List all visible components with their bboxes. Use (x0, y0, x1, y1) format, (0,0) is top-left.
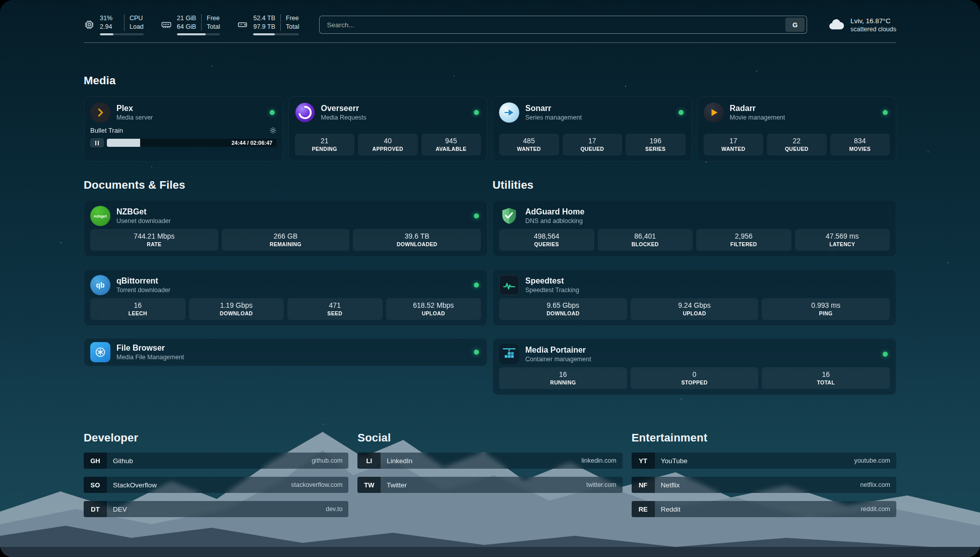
stat-label: SEED (289, 310, 381, 316)
stat-label: AVAILABLE (423, 146, 479, 152)
ram-free-value: 21 GiB (177, 14, 201, 22)
stat-label: MOVIES (832, 146, 888, 152)
stat-value: 16 (764, 370, 888, 378)
app-card-portainer[interactable]: Media Portainer Container management 16 … (493, 338, 896, 395)
app-card-nzbget[interactable]: nzbget NZBGet Usenet downloader 744.21 M… (84, 200, 487, 257)
app-card-sonarr[interactable]: Sonarr Series management 485 WANTED 17 Q… (493, 96, 692, 161)
header-divider (84, 42, 896, 43)
bookmark-name: LinkedIn (387, 457, 412, 465)
stat-value: 40 (360, 137, 416, 145)
pause-icon (95, 141, 99, 145)
pause-button[interactable] (90, 138, 104, 147)
bookmark-abbr: YT (632, 453, 655, 469)
section-social: Social LI LinkedIn linkedin.com TW Twitt… (357, 431, 622, 493)
bookmark-stackoverflow[interactable]: SO StackOverflow stackoverflow.com (84, 477, 348, 493)
stat-label: DOWNLOAD (501, 310, 625, 316)
stat-label: APPROVED (360, 146, 416, 152)
gear-icon[interactable] (269, 127, 277, 134)
stat-value: 17 (706, 137, 762, 145)
search-input[interactable] (327, 21, 781, 29)
stat-wanted: 17 WANTED (704, 134, 764, 155)
disk-progress-bar (253, 33, 299, 35)
dashboard-screen: 31% CPU 2.94 Load 21 GiB (0, 0, 980, 557)
search-engine-button[interactable]: G (785, 18, 805, 32)
stat-value: 2,956 (698, 232, 789, 240)
stat-queued: 17 QUEUED (563, 134, 623, 155)
nzbget-icon-text: nzbget (94, 214, 107, 218)
bookmark-youtube[interactable]: YT YouTube youtube.com (632, 453, 896, 469)
stat-value: 834 (832, 137, 888, 145)
player-row: 24:44 / 02:06:47 (90, 138, 277, 147)
ram-free-label: Free (201, 14, 220, 22)
stats-row: 498,564 QUERIES 86,401 BLOCKED 2,956 FIL… (499, 229, 890, 251)
status-online-dot (883, 352, 888, 357)
stat-queries: 498,564 QUERIES (499, 229, 594, 251)
stat-value: 485 (501, 137, 557, 145)
now-playing-title: Bullet Train (90, 127, 123, 134)
app-card-adguard[interactable]: AdGuard Home DNS and adblocking 498,564 … (493, 200, 896, 257)
bookmark-url: twitter.com (586, 481, 623, 488)
stat-remaining: 266 GB REMAINING (222, 229, 350, 251)
app-card-plex[interactable]: Plex Media server Bullet Train (84, 96, 283, 161)
playback-progress-bar[interactable]: 24:44 / 02:06:47 (107, 139, 277, 147)
app-subtitle: Torrent downloader (116, 287, 170, 294)
stat-queued: 22 QUEUED (767, 134, 827, 155)
section-title-social: Social (357, 431, 622, 444)
disk-metric-body: 52.4 TB Free 97.9 TB Total (253, 14, 299, 35)
stats-row: 21 PENDING 40 APPROVED 945 AVAILABLE (295, 134, 481, 155)
bookmark-github[interactable]: GH Github github.com (84, 453, 348, 469)
stat-label: TOTAL (764, 379, 888, 385)
bookmark-abbr: RE (632, 501, 655, 517)
bookmark-netflix[interactable]: NF Netflix netflix.com (632, 477, 896, 493)
stat-download: 1.19 Gbps DOWNLOAD (189, 298, 284, 320)
app-meta: Speedtest Speedtest Tracking (525, 276, 579, 294)
bookmark-linkedin[interactable]: LI LinkedIn linkedin.com (357, 453, 622, 469)
status-online-dot (474, 110, 479, 115)
stat-label: BLOCKED (600, 241, 691, 247)
status-online-dot (474, 283, 479, 288)
bookmark-abbr: SO (84, 477, 107, 493)
stat-value: 196 (628, 137, 684, 145)
stat-seed: 471 SEED (287, 298, 383, 320)
bookmark-dev[interactable]: DT DEV dev.to (84, 501, 348, 517)
section-developer: Developer GH Github github.com SO StackO… (84, 431, 348, 517)
stat-value: 22 (769, 137, 825, 145)
status-online-dot (270, 110, 275, 115)
cpu-load-label: Load (124, 23, 144, 31)
app-card-filebrowser[interactable]: File Browser Media File Management (84, 338, 487, 366)
bookmark-twitter[interactable]: TW Twitter twitter.com (357, 477, 622, 493)
stat-stopped: 0 STOPPED (631, 367, 759, 389)
disk-free-value: 52.4 TB (253, 14, 280, 22)
stat-label: UPLOAD (633, 310, 757, 316)
stat-downloaded: 39.6 TB DOWNLOADED (353, 229, 481, 251)
app-subtitle: Media server (116, 114, 153, 121)
stat-series: 196 SERIES (626, 134, 686, 155)
section-title-documents: Documents & Files (84, 179, 487, 192)
cpu-label: CPU (124, 14, 144, 22)
qbittorrent-icon-text: qb (96, 281, 104, 289)
weather-widget[interactable]: Lviv, 16.87°C scattered clouds (827, 16, 896, 34)
bookmark-reddit[interactable]: RE Reddit reddit.com (632, 501, 896, 517)
app-name: Overseerr (321, 104, 366, 113)
stats-row: 16 LEECH 1.19 Gbps DOWNLOAD 471 SEED 6 (90, 298, 481, 320)
bookmark-url: reddit.com (861, 506, 896, 513)
disk-metric: 52.4 TB Free 97.9 TB Total (237, 14, 299, 35)
status-online-dot (679, 110, 684, 115)
app-card-overseerr[interactable]: Overseerr Media Requests 21 PENDING 40 A… (288, 96, 488, 161)
bookmark-abbr: NF (632, 477, 655, 493)
app-card-speedtest[interactable]: Speedtest Speedtest Tracking 9.65 Gbps D… (493, 269, 896, 326)
portainer-icon (499, 344, 519, 364)
disk-icon (237, 19, 248, 30)
nzbget-icon: nzbget (90, 206, 110, 226)
stat-label: RATE (92, 241, 216, 247)
app-meta: AdGuard Home DNS and adblocking (525, 207, 584, 225)
app-card-qbittorrent[interactable]: qb qBittorrent Torrent downloader 16 LEE… (84, 269, 487, 326)
app-name: Sonarr (525, 104, 582, 113)
stat-filtered: 2,956 FILTERED (696, 229, 791, 251)
app-name: AdGuard Home (525, 207, 584, 216)
app-name: qBittorrent (116, 276, 170, 286)
app-card-radarr[interactable]: Radarr Movie management 17 WANTED 22 QUE… (697, 96, 897, 161)
ram-total-label: Total (201, 23, 220, 31)
stat-movies: 834 MOVIES (830, 134, 890, 155)
radarr-icon (704, 102, 724, 123)
